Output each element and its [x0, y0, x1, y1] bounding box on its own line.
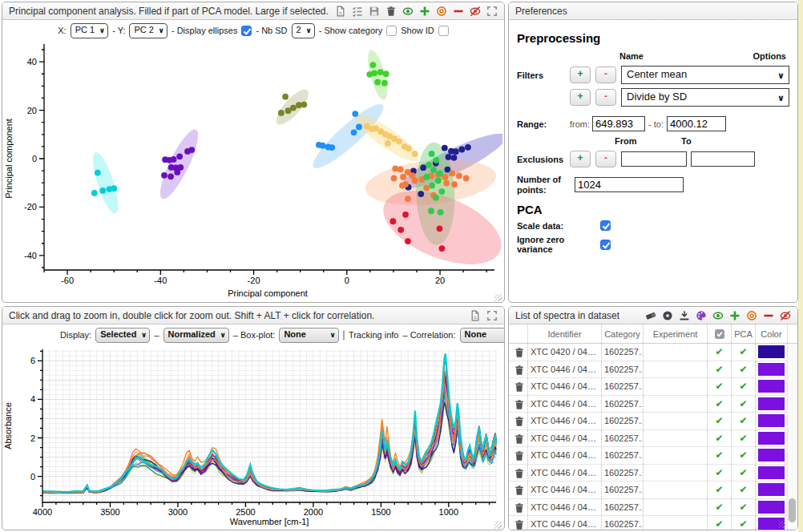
- table-row[interactable]: XTC 0446 / 04…1602257…✔✔: [509, 396, 797, 413]
- trash-icon[interactable]: [514, 347, 523, 357]
- column-header-Identifier[interactable]: Identifier: [528, 324, 602, 343]
- column-header-Color[interactable]: Color: [756, 324, 788, 343]
- pca-plot-area[interactable]: -60-40-20020-40-2002040Principal compone…: [2, 41, 504, 303]
- column-header-Category[interactable]: Category: [602, 324, 644, 343]
- filter-remove-button-2[interactable]: -: [595, 89, 616, 106]
- pca-point-red[interactable]: [402, 212, 409, 218]
- pca-point-navy[interactable]: [458, 147, 465, 153]
- pca-point-green[interactable]: [438, 209, 444, 216]
- pca-point-green[interactable]: [430, 167, 437, 173]
- pca-point-olive[interactable]: [282, 94, 289, 100]
- pca-point-orange[interactable]: [397, 166, 404, 172]
- pca-point-orange[interactable]: [412, 178, 418, 184]
- minus-icon[interactable]: [763, 310, 774, 321]
- disc-icon[interactable]: [662, 310, 673, 321]
- pca-point-orange[interactable]: [451, 181, 458, 187]
- table-row[interactable]: XTC 0446 / 04…1602257…✔✔: [509, 430, 797, 448]
- filter-remove-button[interactable]: -: [595, 66, 616, 83]
- filter-select-1[interactable]: Center mean: [621, 66, 789, 84]
- save-icon[interactable]: [369, 6, 380, 17]
- table-row[interactable]: XTC 0446 / 04…1602257…✔✔: [509, 516, 797, 530]
- pca-point-orange[interactable]: [399, 183, 406, 189]
- filter-add-button[interactable]: +: [570, 66, 591, 83]
- dataset-scrollbar-thumb[interactable]: [789, 498, 796, 522]
- column-header-Experiment[interactable]: Experiment: [644, 324, 708, 343]
- pca-point-khaki[interactable]: [385, 140, 391, 147]
- pca-point-navy[interactable]: [420, 164, 426, 171]
- pca-point-green[interactable]: [426, 162, 432, 168]
- normalized-select[interactable]: Normalized: [163, 328, 229, 343]
- table-row[interactable]: XTC 0420 / 04…1602257…✔✔: [509, 344, 797, 361]
- table-row[interactable]: XTC 0446 / 04…1602257…✔✔: [509, 482, 797, 499]
- nbsd-select[interactable]: 2: [292, 23, 315, 38]
- column-header-PCA[interactable]: PCA: [732, 324, 756, 343]
- pca-point-green[interactable]: [428, 208, 434, 214]
- points-input[interactable]: [575, 177, 684, 192]
- spectra-plot-area[interactable]: 40003500300025002000150010000246Wavenumb…: [2, 345, 504, 530]
- eye-slash-icon[interactable]: [470, 6, 481, 17]
- color-swatch[interactable]: [758, 414, 785, 427]
- trash-icon[interactable]: [514, 468, 523, 478]
- pca-point-purple[interactable]: [188, 147, 195, 153]
- pca-point-orange[interactable]: [442, 174, 449, 180]
- plus-icon[interactable]: [419, 6, 430, 17]
- pca-point-orange[interactable]: [449, 171, 455, 177]
- selected-column-header[interactable]: [708, 324, 732, 343]
- color-swatch[interactable]: [758, 432, 785, 445]
- pca-point-red[interactable]: [389, 218, 396, 224]
- pca-point-khaki[interactable]: [412, 151, 418, 157]
- exclusion-to-input[interactable]: [691, 151, 755, 167]
- pca-point-green[interactable]: [437, 171, 443, 177]
- table-row[interactable]: XTC 0446 / 04…1602257…✔✔: [509, 499, 797, 517]
- pca-point-purple[interactable]: [176, 153, 183, 159]
- pca-point-green[interactable]: [429, 183, 435, 189]
- table-row[interactable]: XTC 0446 / 04…1602257…✔✔: [509, 378, 797, 396]
- trash-icon[interactable]: [514, 399, 523, 409]
- trash-icon[interactable]: [514, 485, 523, 494]
- palette-icon[interactable]: [696, 310, 707, 321]
- scale-data-checkbox[interactable]: [600, 220, 611, 231]
- boxplot-select[interactable]: None: [279, 328, 339, 343]
- table-row[interactable]: XTC 0446 / 04…1602257…✔✔: [509, 361, 797, 379]
- pca-point-olive[interactable]: [301, 102, 307, 108]
- exclusion-add-button[interactable]: +: [570, 151, 591, 167]
- eraser-icon[interactable]: [645, 310, 656, 321]
- pca-point-blue[interactable]: [320, 143, 326, 149]
- bullseye-icon[interactable]: [746, 310, 757, 321]
- pca-point-green[interactable]: [423, 174, 430, 180]
- pca-point-navy[interactable]: [446, 154, 452, 160]
- checklist-icon[interactable]: [352, 6, 363, 17]
- correlation-select[interactable]: None: [460, 328, 506, 343]
- pca-point-red[interactable]: [397, 227, 404, 233]
- trash-icon[interactable]: [514, 365, 523, 374]
- color-swatch[interactable]: [758, 483, 785, 496]
- filter-add-button-2[interactable]: +: [570, 89, 591, 106]
- pca-point-green[interactable]: [435, 178, 442, 184]
- page-scrollbar-strip[interactable]: [798, 0, 803, 532]
- pca-point-cyan[interactable]: [95, 170, 101, 176]
- spectra-resize-handle[interactable]: [494, 522, 502, 529]
- doc-icon[interactable]: [470, 310, 481, 321]
- dataset-scrollbar[interactable]: [787, 344, 797, 530]
- pca-point-orange[interactable]: [463, 175, 470, 182]
- exclusion-remove-button[interactable]: -: [595, 151, 616, 167]
- pca-point-light-green[interactable]: [371, 70, 377, 76]
- pca-point-orange[interactable]: [405, 195, 411, 202]
- color-swatch[interactable]: [758, 380, 785, 393]
- range-to-input[interactable]: [667, 116, 726, 131]
- tracking-info-checkbox[interactable]: [343, 330, 345, 341]
- pca-point-purple[interactable]: [161, 172, 167, 179]
- pca-point-light-green[interactable]: [377, 69, 384, 75]
- pca-point-orange[interactable]: [400, 174, 406, 180]
- trash-icon[interactable]: [514, 519, 523, 529]
- plus-icon[interactable]: [729, 310, 740, 321]
- pca-point-orange[interactable]: [391, 175, 397, 182]
- show-id-checkbox[interactable]: [438, 26, 449, 36]
- pca-point-purple[interactable]: [174, 169, 180, 175]
- pca-point-navy[interactable]: [465, 144, 471, 151]
- pca-point-purple[interactable]: [171, 156, 177, 163]
- dataset-resize-handle[interactable]: [779, 521, 786, 528]
- trash-icon[interactable]: [385, 6, 397, 17]
- pca-point-red[interactable]: [405, 238, 411, 244]
- trash-icon[interactable]: [514, 381, 523, 391]
